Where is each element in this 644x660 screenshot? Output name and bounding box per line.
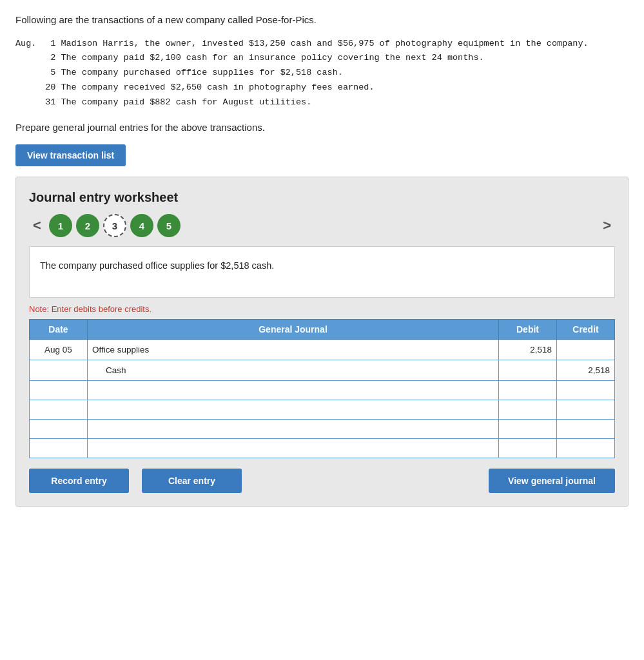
journal-header-credit: Credit bbox=[557, 320, 615, 340]
journal-cell[interactable]: Office supplies bbox=[88, 340, 499, 360]
step-button-5[interactable]: 5 bbox=[157, 214, 181, 237]
prev-arrow-button[interactable]: < bbox=[29, 217, 45, 234]
debit-cell[interactable]: 2,518 bbox=[499, 340, 557, 360]
credit-cell[interactable] bbox=[557, 381, 615, 400]
credit-cell[interactable] bbox=[557, 439, 615, 458]
worksheet-title: Journal entry worksheet bbox=[29, 190, 615, 205]
date-cell[interactable] bbox=[30, 420, 88, 439]
journal-cell[interactable] bbox=[88, 381, 499, 400]
note-text: Note: Enter debits before credits. bbox=[29, 304, 615, 314]
credit-cell[interactable]: 2,518 bbox=[557, 360, 615, 381]
prepare-text: Prepare general journal entries for the … bbox=[15, 122, 629, 133]
transaction-num: 20 bbox=[41, 81, 61, 95]
date-cell[interactable] bbox=[30, 381, 88, 400]
debit-cell[interactable] bbox=[499, 360, 557, 381]
journal-header-general-journal: General Journal bbox=[88, 320, 499, 340]
step-button-2[interactable]: 2 bbox=[76, 214, 99, 237]
transaction-num: 31 bbox=[41, 95, 61, 110]
transaction-description: The company purchased office supplies fo… bbox=[29, 246, 615, 298]
date-cell[interactable]: Aug 05 bbox=[30, 340, 88, 360]
intro-text: Following are the transactions of a new … bbox=[15, 13, 629, 28]
step-button-3[interactable]: 3 bbox=[103, 214, 126, 237]
debit-cell[interactable] bbox=[499, 420, 557, 439]
journal-cell[interactable]: Cash bbox=[88, 360, 499, 381]
nav-row: < 12345 > bbox=[29, 214, 615, 237]
transaction-text: The company paid $2,100 cash for an insu… bbox=[61, 51, 588, 66]
clear-entry-button[interactable]: Clear entry bbox=[142, 469, 242, 493]
transaction-num: 2 bbox=[41, 51, 61, 66]
table-row bbox=[30, 420, 615, 439]
transaction-num: 5 bbox=[41, 66, 61, 81]
table-row bbox=[30, 381, 615, 400]
step-button-1[interactable]: 1 bbox=[49, 214, 72, 237]
step-button-4[interactable]: 4 bbox=[130, 214, 153, 237]
journal-header-debit: Debit bbox=[499, 320, 557, 340]
view-transaction-list-button[interactable]: View transaction list bbox=[15, 144, 126, 166]
transactions-block: Aug.1Madison Harris, the owner, invested… bbox=[15, 37, 629, 111]
next-arrow-button[interactable]: > bbox=[599, 217, 615, 234]
journal-cell[interactable] bbox=[88, 400, 499, 420]
transaction-text: The company purchased office supplies fo… bbox=[61, 66, 588, 81]
debit-cell[interactable] bbox=[499, 381, 557, 400]
view-general-journal-button[interactable]: View general journal bbox=[489, 469, 615, 493]
credit-cell[interactable] bbox=[557, 400, 615, 420]
transaction-text: The company paid $882 cash for August ut… bbox=[61, 95, 588, 110]
worksheet-container: Journal entry worksheet < 12345 > The co… bbox=[15, 177, 629, 507]
credit-cell[interactable] bbox=[557, 340, 615, 360]
date-cell[interactable] bbox=[30, 400, 88, 420]
debit-cell[interactable] bbox=[499, 400, 557, 420]
record-entry-button[interactable]: Record entry bbox=[29, 469, 129, 493]
table-row bbox=[30, 400, 615, 420]
transaction-text: Madison Harris, the owner, invested $13,… bbox=[61, 37, 588, 52]
credit-cell[interactable] bbox=[557, 420, 615, 439]
transaction-text: The company received $2,650 cash in phot… bbox=[61, 81, 588, 95]
table-row bbox=[30, 439, 615, 458]
table-row: Cash2,518 bbox=[30, 360, 615, 381]
bottom-buttons: Record entry Clear entry View general jo… bbox=[29, 469, 615, 493]
date-cell[interactable] bbox=[30, 360, 88, 381]
journal-table: DateGeneral JournalDebitCredit Aug 05Off… bbox=[29, 319, 615, 458]
date-cell[interactable] bbox=[30, 439, 88, 458]
debit-cell[interactable] bbox=[499, 439, 557, 458]
journal-cell[interactable] bbox=[88, 420, 499, 439]
transaction-num: 1 bbox=[41, 37, 61, 52]
journal-cell[interactable] bbox=[88, 439, 499, 458]
journal-header-date: Date bbox=[30, 320, 88, 340]
table-row: Aug 05Office supplies2,518 bbox=[30, 340, 615, 360]
